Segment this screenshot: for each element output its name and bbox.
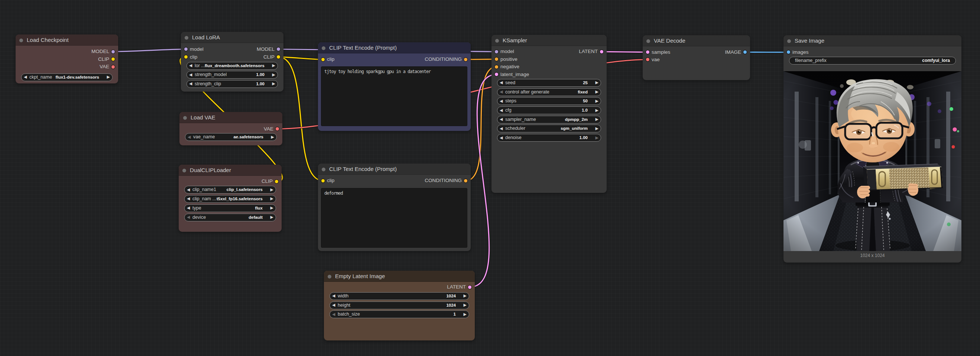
link-load-lora-to-clip-text-encode-negative-clip[interactable] [278,57,323,181]
stepper-left-arrow-icon[interactable]: ◀ [500,106,503,114]
output-slot-LATENT[interactable]: LATENT [324,283,475,291]
input-port-positive-icon[interactable] [495,57,498,61]
input-port-vae-icon[interactable] [646,58,649,61]
widget-ckpt-name[interactable]: ◀▶ckpt_nameflux1-dev.safetensors [21,73,113,81]
stepper-left-arrow-icon[interactable]: ◀ [187,204,190,212]
node-load-vae[interactable]: Load VAEVAE◀▶vae_nameae.safetensors [180,112,282,146]
stepper-left-arrow-icon[interactable]: ◀ [189,62,192,70]
node-vae-decode-titlebar[interactable]: VAE Decode [643,35,750,46]
widget-clip-name1[interactable]: ◀▶clip_name1clip_l.safetensors [184,186,276,193]
output-slot-CLIP[interactable]: CLIP [16,55,118,63]
stepper-left-arrow-icon[interactable]: ◀ [500,116,503,123]
collapse-dot-icon[interactable] [182,169,186,172]
widget-height[interactable]: ◀▶height1024 [329,302,469,309]
output-port-MODEL-icon[interactable] [111,50,115,54]
stepper-right-arrow-icon[interactable]: ▶ [595,116,598,123]
stepper-left-arrow-icon[interactable]: ◀ [332,301,335,309]
node-empty-latent-image[interactable]: Empty Latent ImageLATENT◀▶width1024◀▶hei… [324,271,475,340]
node-clip-text-encode-negative-titlebar[interactable]: CLIP Text Encode (Prompt) [318,163,471,175]
output-port-CONDITIONING-icon[interactable] [464,58,467,61]
output-slot-VAE[interactable]: VAE [180,125,282,133]
collapse-dot-icon[interactable] [322,168,325,171]
output-port-LATENT-icon[interactable] [468,286,471,289]
widget-strength-clip[interactable]: ◀▶strength_clip1.00 [186,80,278,88]
collapse-dot-icon[interactable] [646,39,650,43]
widget-control-after-generate[interactable]: ◀▶control after generatefixed [497,88,601,96]
widget-batch-size[interactable]: ◀▶batch_size1 [329,310,469,318]
input-port-negative-icon[interactable] [495,65,498,69]
output-slot-CONDITIONING[interactable]: CONDITIONING [318,177,471,184]
stepper-right-arrow-icon[interactable]: ▶ [464,292,466,300]
output-slot-MODEL[interactable]: MODEL [16,48,118,55]
node-load-checkpoint-titlebar[interactable]: Load Checkpoint [16,35,118,46]
stepper-left-arrow-icon[interactable]: ◀ [187,213,190,221]
stepper-right-arrow-icon[interactable]: ▶ [595,97,598,105]
stepper-right-arrow-icon[interactable]: ▶ [270,213,274,221]
input-slot-latent_image[interactable]: latent_image [492,71,607,78]
prompt-textarea[interactable]: deformed [321,188,467,248]
stepper-left-arrow-icon[interactable]: ◀ [500,79,503,86]
node-ksampler-titlebar[interactable]: KSampler [492,35,607,46]
output-slot-CONDITIONING[interactable]: CONDITIONING [318,55,471,63]
node-graph-canvas[interactable]: Load CheckpointMODELCLIPVAE◀▶ckpt_namefl… [0,0,980,356]
stepper-left-arrow-icon[interactable]: ◀ [189,80,192,87]
input-slot-negative[interactable]: negative [492,63,607,70]
node-vae-decode[interactable]: VAE DecodesamplesvaeIMAGE [643,35,750,80]
input-port-images-icon[interactable] [787,51,790,54]
stepper-left-arrow-icon[interactable]: ◀ [500,88,503,96]
stepper-right-arrow-icon[interactable]: ▶ [464,310,466,318]
widget-lor[interactable]: ◀▶lor ...flux_dreambooth.safetensors [186,62,278,70]
output-slot-IMAGE[interactable]: IMAGE [643,49,750,56]
collapse-dot-icon[interactable] [787,39,791,43]
stepper-right-arrow-icon[interactable]: ▶ [270,204,274,212]
stepper-right-arrow-icon[interactable]: ▶ [272,71,275,79]
stepper-left-arrow-icon[interactable]: ◀ [24,73,27,81]
stepper-left-arrow-icon[interactable]: ◀ [187,195,190,203]
stepper-left-arrow-icon[interactable]: ◀ [189,71,192,79]
widget-device[interactable]: ◀▶devicedefault [184,214,276,222]
output-slot-MODEL[interactable]: MODEL [181,46,283,53]
stepper-right-arrow-icon[interactable]: ▶ [272,62,275,70]
node-empty-latent-image-titlebar[interactable]: Empty Latent Image [324,271,475,282]
widget-vae-name[interactable]: ◀▶vae_nameae.safetensors [185,133,277,141]
widget-denoise[interactable]: ◀▶denoise1.00 [497,134,601,142]
stepper-left-arrow-icon[interactable]: ◀ [332,310,335,318]
stepper-right-arrow-icon[interactable]: ▶ [595,88,598,96]
input-slot-images[interactable]: images [783,49,961,56]
widget-steps[interactable]: ◀▶steps50 [497,97,601,105]
output-port-MODEL-icon[interactable] [277,47,280,51]
output-port-CLIP-icon[interactable] [277,55,280,59]
node-ksampler[interactable]: KSamplermodelpositivenegativelatent_imag… [492,35,607,193]
link-load-checkpoint-to-load-lora-model[interactable] [113,49,186,52]
stepper-right-arrow-icon[interactable]: ▶ [270,195,274,203]
widget-cfg[interactable]: ◀▶cfg1.0 [497,106,601,114]
link-load-lora-to-clip-text-encode-positive-clip[interactable] [278,57,323,60]
collapse-dot-icon[interactable] [183,116,187,120]
stepper-left-arrow-icon[interactable]: ◀ [187,186,190,193]
widget-clip-nam[interactable]: ◀▶clip_nam ...t5xxl_fp16.safetensors [184,195,276,203]
output-slot-CLIP[interactable]: CLIP [181,54,283,61]
node-load-vae-titlebar[interactable]: Load VAE [180,112,282,123]
stepper-right-arrow-icon[interactable]: ▶ [270,186,274,193]
stepper-right-arrow-icon[interactable]: ▶ [595,125,598,132]
node-dual-clip-loader[interactable]: DualCLIPLoaderCLIP◀▶clip_name1clip_l.saf… [179,165,282,232]
widget-type[interactable]: ◀▶typeflux [184,204,276,212]
output-port-CONDITIONING-icon[interactable] [464,179,467,182]
widget-seed[interactable]: ◀▶seed25 [497,79,601,87]
node-load-checkpoint[interactable]: Load CheckpointMODELCLIPVAE◀▶ckpt_namefl… [16,35,118,84]
stepper-left-arrow-icon[interactable]: ◀ [332,292,335,300]
node-load-lora-titlebar[interactable]: Load LoRA [181,32,283,43]
output-port-IMAGE-icon[interactable] [743,51,747,54]
stepper-right-arrow-icon[interactable]: ▶ [464,301,466,309]
stepper-left-arrow-icon[interactable]: ◀ [500,134,503,142]
collapse-dot-icon[interactable] [328,275,331,278]
collapse-dot-icon[interactable] [322,46,325,50]
widget-scheduler[interactable]: ◀▶schedulersgm_uniform [497,125,601,132]
output-port-CLIP-icon[interactable] [111,57,115,61]
widget-strength-model[interactable]: ◀▶strength_model1.00 [186,71,278,79]
stepper-right-arrow-icon[interactable]: ▶ [107,73,110,81]
output-port-VAE-icon[interactable] [276,127,279,131]
collapse-dot-icon[interactable] [185,36,188,40]
node-clip-text-encode-positive[interactable]: CLIP Text Encode (Prompt)clipCONDITIONIN… [318,42,471,131]
output-slot-VAE[interactable]: VAE [16,63,118,70]
